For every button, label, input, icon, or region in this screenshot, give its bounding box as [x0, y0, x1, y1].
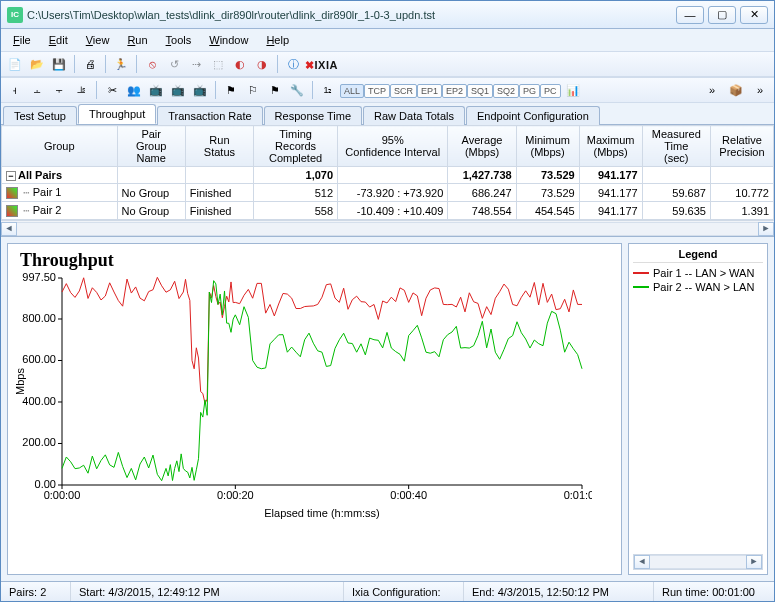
- pair-icon[interactable]: 👥: [124, 80, 144, 100]
- filter-sq2[interactable]: SQ2: [493, 84, 519, 98]
- edit-icon[interactable]: ✂: [102, 80, 122, 100]
- menu-view[interactable]: View: [78, 32, 118, 48]
- legend-panel: Legend Pair 1 -- LAN > WANPair 2 -- WAN …: [628, 243, 768, 575]
- tab-transaction-rate[interactable]: Transaction Rate: [157, 106, 262, 125]
- legend-item[interactable]: Pair 1 -- LAN > WAN: [633, 267, 763, 279]
- tab-raw-data-totals[interactable]: Raw Data Totals: [363, 106, 465, 125]
- svg-text:600.00: 600.00: [22, 354, 56, 366]
- window-title: C:\Users\Tim\Desktop\wlan_tests\dlink_di…: [27, 9, 672, 21]
- scroll-track[interactable]: [650, 555, 746, 569]
- tab-strip: Test SetupThroughputTransaction RateResp…: [1, 103, 774, 125]
- brand-x-icon: ✖: [305, 59, 315, 71]
- status-pairs: Pairs: 2: [1, 582, 71, 601]
- title-bar: IC C:\Users\Tim\Desktop\wlan_tests\dlink…: [1, 1, 774, 29]
- scroll-track[interactable]: [17, 222, 758, 236]
- svg-text:0:00:00: 0:00:00: [44, 489, 81, 501]
- chart-zone: Throughput 0.00200.00400.00600.00800.009…: [1, 237, 774, 581]
- print-icon[interactable]: 🖨: [80, 54, 100, 74]
- legend-title: Legend: [633, 248, 763, 263]
- filter-pc[interactable]: PC: [540, 84, 561, 98]
- column-header[interactable]: RunStatus: [185, 126, 253, 167]
- svg-text:0:01:00: 0:01:00: [564, 489, 592, 501]
- one-two-icon[interactable]: 1₂: [318, 80, 338, 100]
- svg-text:0:00:20: 0:00:20: [217, 489, 254, 501]
- svg-text:800.00: 800.00: [22, 312, 56, 324]
- filter-icon[interactable]: ⚑: [221, 80, 241, 100]
- tab-test-setup[interactable]: Test Setup: [3, 106, 77, 125]
- view-icon[interactable]: ⫞: [5, 80, 25, 100]
- box-icon[interactable]: 📦: [726, 80, 746, 100]
- tool-icon[interactable]: ↺: [164, 54, 184, 74]
- minimize-icon: —: [685, 9, 696, 21]
- info-icon[interactable]: ⓘ: [283, 54, 303, 74]
- maximize-button[interactable]: ▢: [708, 6, 736, 24]
- filter-icon[interactable]: ⚑: [265, 80, 285, 100]
- stop-icon[interactable]: ⦸: [142, 54, 162, 74]
- column-header[interactable]: Maximum(Mbps): [579, 126, 642, 167]
- tab-endpoint-configuration[interactable]: Endpoint Configuration: [466, 106, 600, 125]
- grid-hscroll[interactable]: ◄ ►: [1, 220, 774, 236]
- table-row[interactable]: ⋯ Pair 2No GroupFinished558-10.409 : +10…: [2, 202, 774, 220]
- tool-icon[interactable]: ⬚: [208, 54, 228, 74]
- minimize-button[interactable]: —: [676, 6, 704, 24]
- chart-icon[interactable]: 📊: [563, 80, 583, 100]
- filter-ep2[interactable]: EP2: [442, 84, 467, 98]
- overflow-icon[interactable]: »: [702, 80, 722, 100]
- run-icon[interactable]: 🏃: [111, 54, 131, 74]
- column-header[interactable]: TimingRecords Completed: [254, 126, 338, 167]
- menu-run[interactable]: Run: [119, 32, 155, 48]
- overflow-icon[interactable]: »: [750, 80, 770, 100]
- tool-icon[interactable]: ◑: [252, 54, 272, 74]
- filter-icon[interactable]: ⚐: [243, 80, 263, 100]
- table-row[interactable]: −All Pairs1,0701,427.73873.529941.177: [2, 167, 774, 184]
- filter-tcp[interactable]: TCP: [364, 84, 390, 98]
- svg-text:200.00: 200.00: [22, 437, 56, 449]
- column-header[interactable]: PairGroup Name: [117, 126, 185, 167]
- tool-icon[interactable]: ◐: [230, 54, 250, 74]
- view-icon[interactable]: ⫡: [71, 80, 91, 100]
- filter-pg[interactable]: PG: [519, 84, 540, 98]
- column-header[interactable]: RelativePrecision: [710, 126, 773, 167]
- tab-response-time[interactable]: Response Time: [264, 106, 362, 125]
- save-icon[interactable]: 💾: [49, 54, 69, 74]
- column-header[interactable]: 95%Confidence Interval: [338, 126, 448, 167]
- open-icon[interactable]: 📂: [27, 54, 47, 74]
- filter-icon[interactable]: 🔧: [287, 80, 307, 100]
- column-header[interactable]: Group: [2, 126, 118, 167]
- pair-icon[interactable]: 📺: [146, 80, 166, 100]
- column-header[interactable]: MeasuredTime(sec): [642, 126, 710, 167]
- status-ixia: Ixia Configuration:: [344, 582, 464, 601]
- filter-scr[interactable]: SCR: [390, 84, 417, 98]
- pair-icon[interactable]: 📺: [168, 80, 188, 100]
- maximize-icon: ▢: [717, 8, 727, 21]
- tab-throughput[interactable]: Throughput: [78, 104, 156, 124]
- view-icon[interactable]: ⫠: [27, 80, 47, 100]
- view-icon[interactable]: ⫟: [49, 80, 69, 100]
- table-row[interactable]: ⋯ Pair 1No GroupFinished512-73.920 : +73…: [2, 184, 774, 202]
- menu-bar: FileEditViewRunToolsWindowHelp: [1, 29, 774, 51]
- column-header[interactable]: Average(Mbps): [448, 126, 516, 167]
- filter-ep1[interactable]: EP1: [417, 84, 442, 98]
- menu-file[interactable]: File: [5, 32, 39, 48]
- scroll-left-icon[interactable]: ◄: [634, 555, 650, 569]
- brand-logo: ✖IXIA: [305, 57, 338, 72]
- filter-sq1[interactable]: SQ1: [467, 84, 493, 98]
- scroll-right-icon[interactable]: ►: [746, 555, 762, 569]
- column-header[interactable]: Minimum(Mbps): [516, 126, 579, 167]
- toolbar-primary: 📄 📂 💾 🖨 🏃 ⦸ ↺ ⇢ ⬚ ◐ ◑ ⓘ ✖IXIA: [1, 51, 774, 77]
- menu-window[interactable]: Window: [201, 32, 256, 48]
- menu-tools[interactable]: Tools: [158, 32, 200, 48]
- new-icon[interactable]: 📄: [5, 54, 25, 74]
- svg-text:0:00:40: 0:00:40: [390, 489, 427, 501]
- tool-icon[interactable]: ⇢: [186, 54, 206, 74]
- filter-all[interactable]: ALL: [340, 84, 364, 98]
- scroll-right-icon[interactable]: ►: [758, 222, 774, 236]
- menu-edit[interactable]: Edit: [41, 32, 76, 48]
- close-button[interactable]: ✕: [740, 6, 768, 24]
- legend-hscroll[interactable]: ◄ ►: [633, 554, 763, 570]
- svg-text:Mbps: Mbps: [14, 368, 26, 395]
- menu-help[interactable]: Help: [258, 32, 297, 48]
- scroll-left-icon[interactable]: ◄: [1, 222, 17, 236]
- pair-icon[interactable]: 📺: [190, 80, 210, 100]
- legend-item[interactable]: Pair 2 -- WAN > LAN: [633, 281, 763, 293]
